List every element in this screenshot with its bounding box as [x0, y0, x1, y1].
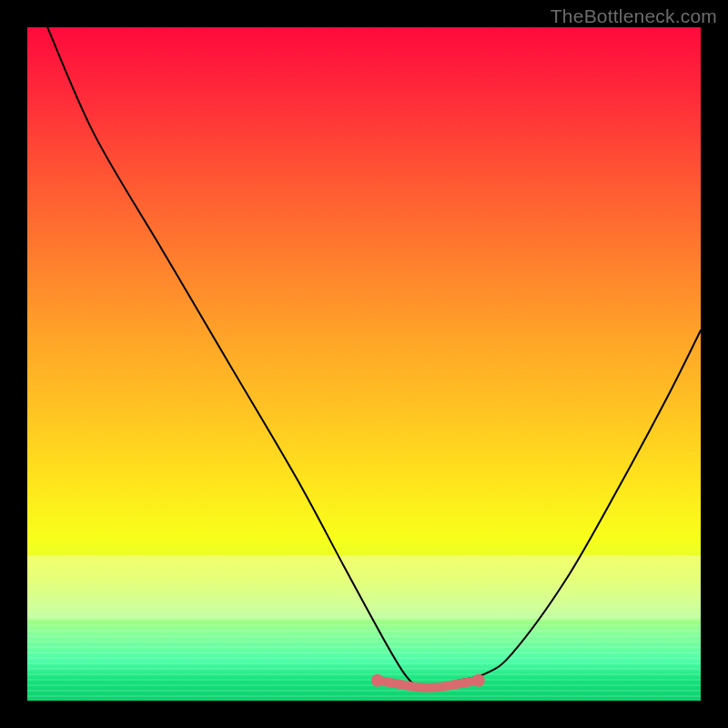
chart-frame: TheBottleneck.com	[0, 0, 728, 728]
watermark-text: TheBottleneck.com	[551, 5, 717, 27]
pale-band-overlay	[27, 555, 701, 619]
plot-area	[27, 27, 701, 701]
bottleneck-curve-path	[47, 27, 701, 689]
curve-svg	[27, 27, 701, 701]
highlight-dot-left	[371, 674, 384, 687]
highlight-dot-right	[472, 674, 485, 687]
bottom-stripes-overlay	[27, 619, 701, 701]
flat-bottom-highlight-path	[378, 681, 479, 688]
